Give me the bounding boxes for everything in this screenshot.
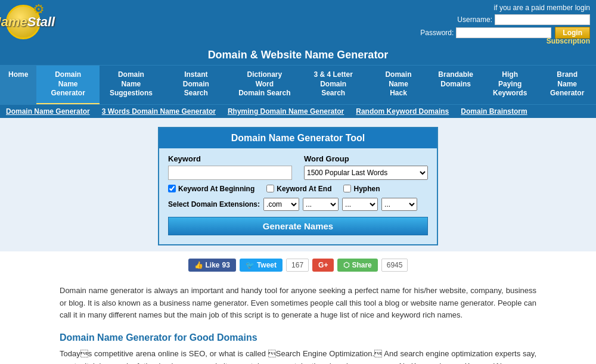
tool-box-title: Domain Name Generator Tool: [159, 128, 437, 148]
social-bar: 👍 Like 93 🐦 Tweet 167 G+ ⬡ Share 6945: [0, 251, 596, 279]
nav-high-paying-keywords[interactable]: High PayingKeywords: [482, 66, 538, 104]
title-bar: Domain & Website Name Generator Subscrip…: [0, 44, 596, 65]
password-input[interactable]: [456, 27, 551, 38]
tool-fields-row: Keyword Word Group 1500 Popular Last Wor…: [168, 154, 428, 180]
twitter-icon: 🐦: [246, 261, 254, 269]
sub-nav-3-words[interactable]: 3 Words Domain Name Generator: [102, 107, 216, 116]
nav-3-4-letter[interactable]: 3 & 4 LetterDomain Search: [300, 66, 367, 104]
nav-domain-name-generator[interactable]: Domain NameGenerator: [36, 66, 100, 104]
ext-row: Select Domain Extensions: .com.net.org.i…: [168, 198, 428, 211]
keyword-label: Keyword: [168, 154, 292, 163]
logo-text: NameStall: [0, 14, 55, 30]
nav-home[interactable]: Home: [0, 66, 36, 104]
login-button[interactable]: Login: [555, 27, 590, 39]
nav-domain-name-hack[interactable]: Domain NameHack: [367, 66, 430, 104]
word-group-field: Word Group 1500 Popular Last Words 1500 …: [304, 154, 428, 180]
username-label: Username:: [457, 15, 492, 24]
twitter-tweet-button[interactable]: 🐦 Tweet: [240, 259, 283, 272]
logo: NameStall ⚙: [6, 5, 41, 39]
nav-domain-name-suggestions[interactable]: Domain NameSuggestions: [100, 66, 163, 104]
nav-brandable-domains[interactable]: BrandableDomains: [430, 66, 482, 104]
checkbox-beginning-label[interactable]: Keyword At Beginning: [168, 185, 254, 193]
checkbox-hyphen[interactable]: [343, 185, 351, 192]
checkbox-row: Keyword At Beginning Keyword At End Hyph…: [168, 185, 428, 193]
login-note: if you are a paid member login: [420, 4, 590, 12]
login-section: if you are a paid member login Username:…: [420, 4, 590, 41]
checkbox-end[interactable]: [266, 185, 274, 192]
tw-label: Tweet: [257, 261, 277, 269]
paragraph-2: Todays competitive arena online is SEO,…: [60, 348, 536, 364]
paragraph-1: Domain name generator is always an impor…: [60, 285, 536, 322]
share-button[interactable]: ⬡ Share: [337, 259, 377, 272]
word-group-label: Word Group: [304, 154, 428, 163]
sub-nav-rhyming[interactable]: Rhyming Domain Name Generator: [228, 107, 344, 116]
fb-like-label: Like: [206, 261, 220, 269]
share-label: Share: [352, 261, 371, 269]
logo-circle: NameStall ⚙: [6, 5, 41, 39]
ext-select-1[interactable]: .com.net.org.info: [263, 198, 299, 211]
generate-button[interactable]: Generate Names: [168, 217, 428, 235]
password-label: Password:: [420, 29, 454, 37]
ext-select-3[interactable]: ....net.org: [342, 198, 378, 211]
tool-container: Domain Name Generator Tool Keyword Word …: [0, 118, 596, 251]
nav-dictionary-word[interactable]: Dictionary WordDomain Search: [229, 66, 300, 104]
gplus-button[interactable]: G+: [312, 259, 334, 272]
checkbox-hyphen-label[interactable]: Hyphen: [343, 185, 380, 193]
tool-box-body: Keyword Word Group 1500 Popular Last Wor…: [159, 148, 437, 244]
tw-count: 167: [286, 259, 309, 272]
share-count: 6945: [381, 259, 408, 272]
username-input[interactable]: [495, 14, 590, 25]
paragraph-2-text: Todays competitive arena online is SEO,…: [60, 349, 536, 364]
site-title: Domain & Website Name Generator: [208, 49, 389, 61]
content: Domain name generator is always an impor…: [48, 279, 548, 364]
facebook-like-button[interactable]: 👍 Like 93: [188, 259, 236, 272]
main-nav: Home Domain NameGenerator Domain NameSug…: [0, 65, 596, 104]
heading-1: Domain Name Generator for Good Domains: [60, 332, 536, 343]
thumbs-up-icon: 👍: [194, 261, 203, 269]
tool-box: Domain Name Generator Tool Keyword Word …: [158, 127, 438, 245]
keyword-input[interactable]: [168, 166, 292, 180]
sub-nav-random-keyword[interactable]: Random Keyword Domains: [356, 107, 449, 116]
ext-select-4[interactable]: ....net.org: [381, 198, 417, 211]
gear-icon: ⚙: [33, 2, 45, 17]
sub-nav-domain-name-generator[interactable]: Domain Name Generator: [6, 107, 90, 116]
ext-label: Select Domain Extensions:: [168, 200, 260, 209]
nav-instant-domain-search[interactable]: Instant DomainSearch: [163, 66, 229, 104]
checkbox-beginning[interactable]: [168, 185, 176, 192]
username-row: Username:: [420, 14, 590, 25]
fb-count: 93: [222, 261, 230, 269]
checkbox-end-label[interactable]: Keyword At End: [266, 185, 331, 193]
sub-nav-brainstorm[interactable]: Domain Brainstorm: [461, 107, 527, 116]
word-group-select[interactable]: 1500 Popular Last Words 1500 Popular Fir…: [304, 166, 428, 180]
share-icon: ⬡: [343, 261, 349, 269]
sub-nav: Domain Name Generator 3 Words Domain Nam…: [0, 104, 596, 118]
top-bar: NameStall ⚙ if you are a paid member log…: [0, 0, 596, 44]
nav-brand-name-generator[interactable]: Brand NameGenerator: [538, 66, 596, 104]
keyword-field: Keyword: [168, 154, 292, 180]
ext-select-2[interactable]: ....net.org: [303, 198, 339, 211]
password-row: Password: Login: [420, 27, 590, 39]
